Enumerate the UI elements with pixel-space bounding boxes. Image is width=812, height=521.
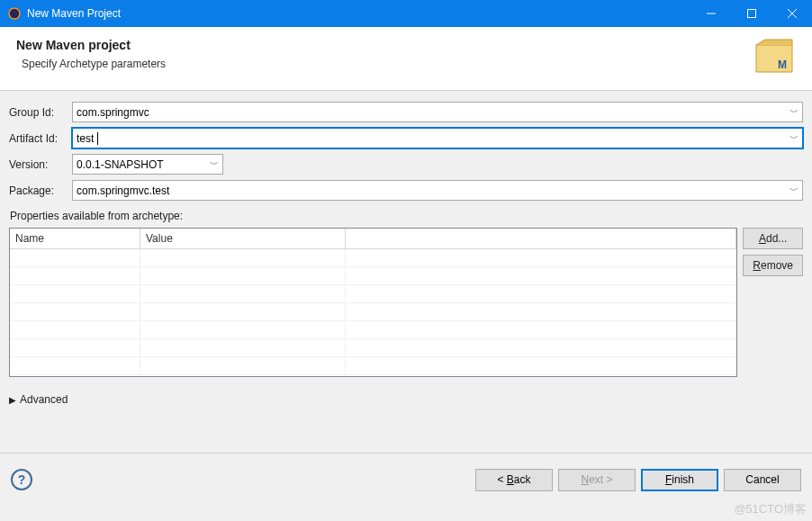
- properties-label: Properties available from archetype:: [10, 210, 803, 222]
- groupid-input[interactable]: [77, 106, 798, 119]
- maximize-button[interactable]: [731, 0, 771, 27]
- table-body: [10, 249, 736, 377]
- eclipse-icon: [7, 6, 22, 21]
- table-row[interactable]: [10, 267, 736, 285]
- table-header: Name Value: [10, 229, 736, 249]
- minimize-button[interactable]: [690, 0, 731, 27]
- page-subtitle: Specify Archetype parameters: [22, 58, 753, 70]
- table-row[interactable]: [10, 303, 736, 321]
- package-input[interactable]: [77, 184, 798, 197]
- wizard-header: New Maven project Specify Archetype para…: [0, 27, 812, 91]
- cancel-button[interactable]: Cancel: [724, 469, 801, 491]
- chevron-down-icon[interactable]: ﹀: [789, 132, 798, 145]
- groupid-field[interactable]: ﹀: [72, 102, 803, 122]
- table-row[interactable]: [10, 285, 736, 303]
- column-name[interactable]: Name: [10, 229, 140, 248]
- artifactid-value: test: [77, 132, 94, 145]
- chevron-down-icon[interactable]: ﹀: [210, 158, 219, 171]
- version-input[interactable]: [77, 158, 219, 171]
- content-area: Group Id: ﹀ Artifact Id: test ﹀ Version:…: [0, 91, 812, 413]
- table-row[interactable]: [10, 321, 736, 339]
- version-field[interactable]: ﹀: [72, 154, 223, 175]
- table-row[interactable]: [10, 357, 736, 375]
- advanced-toggle[interactable]: ▶ Advanced: [9, 393, 803, 406]
- groupid-label: Group Id:: [9, 106, 72, 119]
- table-row[interactable]: [10, 339, 736, 357]
- properties-table[interactable]: Name Value: [9, 228, 737, 377]
- advanced-label: Advanced: [20, 393, 68, 406]
- version-label: Version:: [9, 158, 72, 171]
- package-label: Package:: [9, 184, 72, 197]
- disclosure-arrow-icon: ▶: [9, 395, 16, 405]
- window-title: New Maven Project: [27, 7, 690, 20]
- remove-button[interactable]: Remove: [743, 255, 803, 276]
- table-row[interactable]: [10, 249, 736, 267]
- maven-icon: M: [753, 38, 796, 77]
- column-spacer: [346, 229, 736, 248]
- page-title: New Maven project: [16, 38, 753, 52]
- next-button: Next >: [558, 469, 636, 491]
- help-icon[interactable]: ?: [11, 469, 32, 490]
- package-field[interactable]: ﹀: [72, 180, 803, 201]
- add-button[interactable]: Add...: [743, 228, 803, 249]
- svg-point-0: [9, 8, 20, 19]
- artifactid-label: Artifact Id:: [9, 132, 72, 145]
- svg-text:M: M: [778, 58, 787, 71]
- watermark: @51CTO博客: [734, 501, 807, 517]
- chevron-down-icon[interactable]: ﹀: [789, 106, 798, 119]
- window-controls: [690, 0, 812, 27]
- close-button[interactable]: [771, 0, 812, 27]
- back-button[interactable]: < Back: [475, 469, 553, 491]
- svg-rect-2: [747, 10, 755, 18]
- titlebar: New Maven Project: [0, 0, 812, 27]
- footer: ? < Back Next > Finish Cancel: [0, 454, 812, 506]
- text-caret: [94, 132, 97, 145]
- chevron-down-icon[interactable]: ﹀: [789, 184, 798, 197]
- finish-button[interactable]: Finish: [641, 469, 718, 491]
- artifactid-field[interactable]: test ﹀: [72, 128, 803, 148]
- column-value[interactable]: Value: [140, 229, 346, 248]
